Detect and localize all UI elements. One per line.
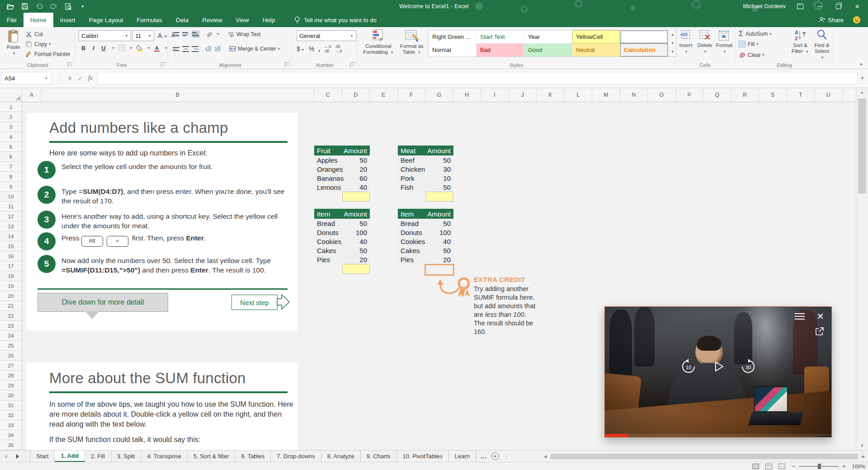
- ribbon-tab-file[interactable]: File: [0, 13, 24, 27]
- video-popout-icon[interactable]: [815, 327, 824, 336]
- sheet-tab-learn[interactable]: Learn: [449, 451, 476, 462]
- align-center-icon[interactable]: [182, 45, 189, 53]
- fill-button[interactable]: ↓ Fill▼: [739, 41, 759, 47]
- name-box[interactable]: A54▼: [1, 72, 52, 85]
- bottom-align-icon[interactable]: [192, 31, 199, 38]
- orientation-icon[interactable]: ab: [204, 29, 214, 39]
- table-row[interactable]: Chicken30: [398, 164, 453, 174]
- sheet-nav-left-icon[interactable]: [0, 451, 12, 462]
- row-header-30[interactable]: 30: [0, 390, 22, 400]
- decrease-indent-icon[interactable]: [205, 46, 212, 52]
- increase-font-icon[interactable]: A▲: [156, 31, 169, 40]
- zoom-out-icon[interactable]: −: [792, 463, 795, 470]
- row-header-17[interactable]: 17: [0, 261, 22, 271]
- table-row[interactable]: Pork10: [398, 174, 453, 183]
- row-header-29[interactable]: 29: [0, 381, 22, 390]
- borders-icon[interactable]: [118, 45, 125, 52]
- font-size-select[interactable]: 11▼: [132, 30, 154, 41]
- save-icon[interactable]: [21, 2, 29, 10]
- table-row[interactable]: Bread50: [314, 219, 370, 228]
- cell-style-start-text[interactable]: Start Text: [476, 30, 524, 43]
- qat-customize-icon[interactable]: ▼: [79, 2, 87, 10]
- sheet-tab-7-drop-downs[interactable]: 7. Drop-downs: [271, 451, 321, 462]
- number-format-select[interactable]: General▼: [297, 30, 356, 41]
- bold-button[interactable]: B: [80, 45, 87, 52]
- ribbon-tab-home[interactable]: Home: [24, 13, 53, 27]
- row-header-15[interactable]: 15: [0, 241, 22, 251]
- add-sheet-icon[interactable]: +: [491, 452, 499, 460]
- answer-cell-yellow[interactable]: [342, 264, 370, 274]
- select-all-corner[interactable]: [0, 88, 22, 102]
- column-header-I[interactable]: I: [481, 88, 509, 102]
- redo-icon[interactable]: [50, 2, 58, 10]
- row-header-16[interactable]: 16: [0, 251, 22, 261]
- scroll-right-icon[interactable]: ▶: [859, 454, 868, 459]
- row-header-24[interactable]: 24: [0, 331, 22, 341]
- tell-me-box[interactable]: Tell me what you want to do: [294, 13, 376, 27]
- ribbon-tab-formulas[interactable]: Formulas: [130, 13, 169, 27]
- zoom-slider[interactable]: − +: [792, 463, 845, 470]
- fill-color-icon[interactable]: [136, 45, 143, 52]
- vertical-scrollbar[interactable]: ▲ ▼: [856, 88, 868, 450]
- row-header-10[interactable]: 10: [0, 192, 22, 202]
- conditional-formatting-button[interactable]: ≠ ConditionalFormatting ▼: [360, 29, 396, 56]
- sheet-tabs-overflow[interactable]: ...: [481, 453, 487, 460]
- share-button[interactable]: Share: [819, 17, 844, 24]
- find-select-button[interactable]: Find &Select ▼: [812, 29, 832, 61]
- column-header-A[interactable]: A: [22, 88, 42, 102]
- alignment-dialog-launcher[interactable]: ↘: [285, 62, 290, 67]
- column-header-P[interactable]: P: [676, 88, 704, 102]
- cancel-entry-icon[interactable]: ✕: [67, 75, 72, 82]
- row-header-28[interactable]: 28: [0, 371, 22, 381]
- sheet-canvas[interactable]: Add numbers like a champ Here are some w…: [22, 102, 856, 450]
- zoom-in-icon[interactable]: +: [842, 463, 846, 470]
- horizontal-scrollbar[interactable]: ◀ ▶: [541, 451, 868, 462]
- close-icon[interactable]: ×: [853, 3, 862, 10]
- formula-bar-handle[interactable]: ⋮: [56, 75, 62, 82]
- column-header-N[interactable]: N: [620, 88, 648, 102]
- row-header-23[interactable]: 23: [0, 321, 22, 331]
- row-header-20[interactable]: 20: [0, 291, 22, 301]
- page-break-view-icon[interactable]: [778, 464, 785, 469]
- vertical-scroll-thumb[interactable]: [858, 99, 866, 193]
- column-header-G[interactable]: G: [425, 88, 453, 102]
- table-row[interactable]: Bananas60: [314, 174, 370, 183]
- scroll-down-icon[interactable]: ▼: [856, 441, 868, 450]
- answer-cell-orange[interactable]: [425, 264, 454, 276]
- middle-align-icon[interactable]: [182, 31, 189, 37]
- column-header-H[interactable]: H: [453, 88, 481, 102]
- decrease-decimal-icon[interactable]: .00→.0: [335, 44, 342, 53]
- video-menu-icon[interactable]: [795, 311, 805, 321]
- column-header-F[interactable]: F: [398, 88, 426, 102]
- row-header-6[interactable]: 6: [0, 152, 22, 162]
- page-layout-view-icon[interactable]: [765, 464, 772, 469]
- ribbon-tab-view[interactable]: View: [229, 13, 255, 27]
- column-header-M[interactable]: M: [592, 88, 620, 102]
- video-close-icon[interactable]: ✕: [816, 312, 824, 321]
- row-header-34[interactable]: 34: [0, 430, 22, 440]
- insert-cells-button[interactable]: Insert▼: [677, 29, 695, 55]
- sheet-tab-2-fill[interactable]: 2. Fill: [85, 451, 111, 462]
- sort-filter-button[interactable]: AZ Sort &Filter ▼: [790, 29, 810, 55]
- cut-button[interactable]: Cut: [25, 31, 43, 38]
- ribbon-tab-data[interactable]: Data: [169, 13, 196, 27]
- column-header-E[interactable]: E: [370, 88, 398, 102]
- video-skip-back-icon[interactable]: 10: [681, 359, 696, 374]
- sheet-tabs-menu-icon[interactable]: ⋮: [504, 453, 509, 460]
- row-header-11[interactable]: 11: [0, 202, 22, 212]
- column-header-C[interactable]: C: [314, 88, 342, 102]
- ribbon-tab-insert[interactable]: Insert: [53, 13, 82, 27]
- column-header-U[interactable]: U: [815, 88, 843, 102]
- scroll-up-icon[interactable]: ▲: [856, 88, 868, 97]
- next-step-arrow-icon[interactable]: [277, 293, 290, 311]
- column-header-Q[interactable]: Q: [703, 88, 731, 102]
- row-header-8[interactable]: 8: [0, 172, 22, 182]
- row-header-5[interactable]: 5: [0, 142, 22, 152]
- dive-down-button[interactable]: Dive down for more detail: [38, 293, 168, 312]
- copy-button[interactable]: Copy▼: [25, 41, 52, 47]
- row-header-32[interactable]: 32: [0, 410, 22, 420]
- cell-style-bad[interactable]: Bad: [476, 43, 524, 56]
- video-progress-track[interactable]: [605, 434, 831, 437]
- next-step-button[interactable]: Next step: [231, 295, 278, 310]
- row-header-26[interactable]: 26: [0, 351, 22, 361]
